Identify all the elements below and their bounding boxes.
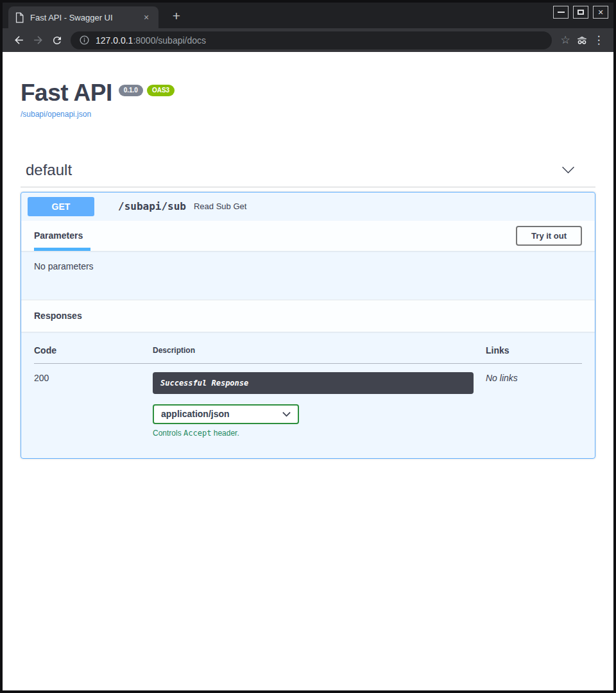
url-host: 127.0.0.1: [96, 35, 133, 46]
media-type-value: application/json: [161, 409, 230, 419]
parameters-tab[interactable]: Parameters: [34, 221, 90, 251]
tab-title: Fast API - Swagger UI: [30, 13, 135, 22]
chevron-down-icon[interactable]: [561, 166, 575, 175]
parameters-tab-label: Parameters: [34, 230, 83, 241]
openapi-spec-link[interactable]: /subapi/openapi.json: [21, 110, 91, 119]
refresh-button[interactable]: [47, 31, 67, 50]
api-title: Fast API: [21, 80, 112, 107]
responses-header: Responses: [21, 300, 595, 332]
parameters-body: No parameters: [21, 251, 595, 300]
accept-header-note: Controls Accept header.: [153, 429, 486, 438]
minimize-icon: [558, 12, 565, 13]
star-icon: ☆: [560, 35, 570, 46]
parameters-header: Parameters Try it out: [21, 221, 595, 251]
endpoint-path: /subapi/sub: [118, 200, 186, 212]
select-chevron-down-icon: [282, 411, 291, 417]
oas3-badge: OAS3: [147, 85, 175, 96]
responses-body: Code Description Links 200: [21, 332, 595, 458]
endpoint-summary-row[interactable]: GET /subapi/sub Read Sub Get: [21, 193, 595, 221]
responses-table: Code Description Links 200: [34, 343, 582, 438]
column-header-links: Links: [486, 343, 582, 364]
maximize-icon: [578, 10, 584, 15]
window-close-button[interactable]: ✕: [593, 6, 608, 19]
accept-code: Accept: [184, 429, 211, 438]
forward-arrow-icon: [32, 34, 44, 46]
bookmark-star-button[interactable]: ☆: [557, 32, 574, 49]
column-header-description: Description: [153, 343, 486, 364]
media-type-select[interactable]: application/json: [153, 404, 299, 424]
refresh-icon: [51, 35, 63, 46]
menu-dots-icon: ⋮: [594, 35, 604, 46]
try-it-out-button[interactable]: Try it out: [516, 226, 582, 246]
method-badge: GET: [28, 197, 94, 216]
window-minimize-button[interactable]: [553, 6, 569, 19]
url-text: 127.0.0.1:8000/subapi/docs: [96, 35, 206, 46]
api-info: Fast API 0.1.0 OAS3 /subapi/openapi.json: [21, 52, 595, 119]
responses-title: Responses: [34, 311, 82, 321]
document-icon: [15, 12, 24, 23]
incognito-icon: [575, 33, 589, 47]
response-row-200: 200 Successful Response application/json…: [34, 363, 582, 438]
browser-window: Fast API - Swagger UI × + ✕ 127.0.0.1:80…: [0, 0, 616, 693]
response-description-box: Successful Response: [153, 372, 474, 394]
back-button[interactable]: [9, 31, 28, 50]
url-path: :8000/subapi/docs: [133, 35, 206, 46]
browser-tab[interactable]: Fast API - Swagger UI ×: [8, 6, 158, 28]
site-info-icon[interactable]: [78, 35, 90, 46]
browser-menu-button[interactable]: ⋮: [590, 32, 607, 49]
tag-section-header[interactable]: default: [21, 155, 595, 187]
no-links-label: No links: [486, 373, 518, 383]
address-bar[interactable]: 127.0.0.1:8000/subapi/docs: [71, 31, 552, 49]
incognito-indicator[interactable]: [574, 32, 590, 49]
forward-button[interactable]: [28, 31, 47, 50]
tab-strip: Fast API - Swagger UI × + ✕: [3, 3, 613, 28]
swagger-page: Fast API 0.1.0 OAS3 /subapi/openapi.json…: [3, 52, 613, 690]
back-arrow-icon: [13, 34, 25, 46]
tab-close-icon[interactable]: ×: [141, 12, 152, 23]
new-tab-button[interactable]: +: [169, 8, 184, 24]
opblock-get: GET /subapi/sub Read Sub Get Parameters …: [21, 192, 595, 459]
response-code: 200: [34, 373, 49, 383]
responses-table-header-row: Code Description Links: [34, 343, 582, 364]
api-badges: 0.1.0 OAS3: [119, 85, 175, 96]
no-parameters-message: No parameters: [34, 261, 94, 271]
browser-toolbar: 127.0.0.1:8000/subapi/docs ☆ ⋮: [3, 28, 613, 52]
endpoint-description: Read Sub Get: [194, 201, 246, 211]
window-controls: ✕: [553, 6, 608, 19]
column-header-code: Code: [34, 343, 153, 364]
version-badge: 0.1.0: [119, 85, 143, 96]
tag-name: default: [26, 161, 72, 179]
window-maximize-button[interactable]: [573, 6, 588, 19]
